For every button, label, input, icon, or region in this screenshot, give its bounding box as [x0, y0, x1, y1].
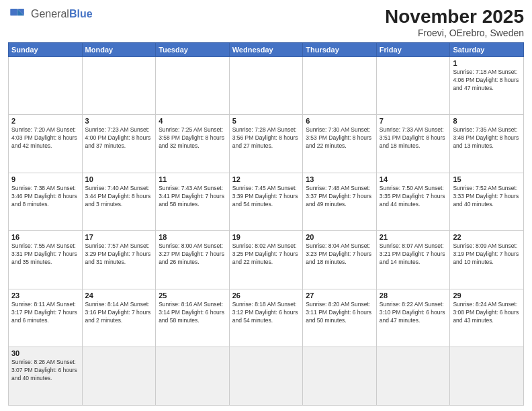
day-number: 16 [11, 233, 79, 241]
calendar-cell [82, 347, 156, 406]
calendar-cell [156, 56, 230, 115]
calendar-cell: 29Sunrise: 8:24 AM Sunset: 3:08 PM Dayli… [450, 289, 524, 347]
calendar-cell: 28Sunrise: 8:22 AM Sunset: 3:10 PM Dayli… [376, 289, 450, 347]
day-info: Sunrise: 7:38 AM Sunset: 3:46 PM Dayligh… [11, 185, 79, 209]
day-info: Sunrise: 8:16 AM Sunset: 3:14 PM Dayligh… [159, 301, 226, 325]
day-info: Sunrise: 8:04 AM Sunset: 3:23 PM Dayligh… [306, 242, 373, 267]
day-info: Sunrise: 7:33 AM Sunset: 3:51 PM Dayligh… [380, 126, 447, 150]
day-number: 21 [380, 233, 447, 241]
calendar-cell [156, 347, 230, 406]
calendar-cell: 6Sunrise: 7:30 AM Sunset: 3:53 PM Daylig… [303, 115, 377, 173]
day-number: 28 [380, 291, 447, 300]
logo: GeneralBlue [8, 7, 93, 21]
day-number: 30 [11, 349, 79, 357]
calendar-cell: 9Sunrise: 7:38 AM Sunset: 3:46 PM Daylig… [9, 173, 83, 231]
day-info: Sunrise: 8:00 AM Sunset: 3:27 PM Dayligh… [159, 242, 226, 267]
day-number: 11 [159, 175, 226, 183]
day-number: 19 [232, 233, 300, 241]
day-number: 20 [306, 233, 373, 241]
calendar-cell: 23Sunrise: 8:11 AM Sunset: 3:17 PM Dayli… [9, 289, 83, 347]
calendar-cell [303, 56, 377, 115]
day-number: 24 [85, 291, 153, 300]
day-info: Sunrise: 7:55 AM Sunset: 3:31 PM Dayligh… [11, 242, 79, 267]
day-info: Sunrise: 7:45 AM Sunset: 3:39 PM Dayligh… [232, 185, 300, 209]
calendar-week-0: 1Sunrise: 7:18 AM Sunset: 4:06 PM Daylig… [9, 56, 524, 115]
calendar-cell: 22Sunrise: 8:09 AM Sunset: 3:19 PM Dayli… [450, 231, 524, 289]
day-info: Sunrise: 7:25 AM Sunset: 3:58 PM Dayligh… [159, 126, 226, 150]
header: GeneralBlue November 2025 Froevi, OErebr… [8, 7, 524, 38]
calendar-cell: 26Sunrise: 8:18 AM Sunset: 3:12 PM Dayli… [229, 289, 303, 347]
calendar-cell [450, 347, 524, 406]
calendar-cell: 18Sunrise: 8:00 AM Sunset: 3:27 PM Dayli… [156, 231, 230, 289]
calendar-week-4: 23Sunrise: 8:11 AM Sunset: 3:17 PM Dayli… [9, 289, 524, 347]
calendar-cell [82, 56, 156, 115]
day-info: Sunrise: 7:35 AM Sunset: 3:48 PM Dayligh… [453, 126, 521, 150]
calendar-cell [229, 347, 303, 406]
calendar-cell: 2Sunrise: 7:20 AM Sunset: 4:03 PM Daylig… [9, 115, 83, 173]
day-number: 17 [85, 233, 153, 241]
logo-icon [8, 7, 28, 21]
day-info: Sunrise: 8:20 AM Sunset: 3:11 PM Dayligh… [306, 301, 373, 325]
day-number: 2 [11, 117, 79, 125]
col-tuesday: Tuesday [156, 42, 230, 56]
day-number: 14 [380, 175, 447, 183]
day-number: 7 [380, 117, 447, 125]
calendar-week-5: 30Sunrise: 8:26 AM Sunset: 3:07 PM Dayli… [9, 347, 524, 406]
day-info: Sunrise: 7:57 AM Sunset: 3:29 PM Dayligh… [85, 242, 153, 267]
col-saturday: Saturday [450, 42, 524, 56]
day-number: 5 [232, 117, 300, 125]
title-month: November 2025 [385, 7, 524, 28]
calendar-cell: 24Sunrise: 8:14 AM Sunset: 3:16 PM Dayli… [82, 289, 156, 347]
svg-rect-2 [10, 9, 17, 15]
day-info: Sunrise: 7:28 AM Sunset: 3:56 PM Dayligh… [232, 126, 300, 150]
day-number: 3 [85, 117, 153, 125]
calendar-cell: 12Sunrise: 7:45 AM Sunset: 3:39 PM Dayli… [229, 173, 303, 231]
day-info: Sunrise: 8:11 AM Sunset: 3:17 PM Dayligh… [11, 301, 79, 325]
calendar-week-1: 2Sunrise: 7:20 AM Sunset: 4:03 PM Daylig… [9, 115, 524, 173]
day-info: Sunrise: 7:20 AM Sunset: 4:03 PM Dayligh… [11, 126, 79, 150]
calendar-week-3: 16Sunrise: 7:55 AM Sunset: 3:31 PM Dayli… [9, 231, 524, 289]
calendar: Sunday Monday Tuesday Wednesday Thursday… [8, 42, 524, 406]
day-info: Sunrise: 7:50 AM Sunset: 3:35 PM Dayligh… [380, 185, 447, 209]
calendar-cell [376, 347, 450, 406]
day-info: Sunrise: 7:43 AM Sunset: 3:41 PM Dayligh… [159, 185, 226, 209]
calendar-cell: 13Sunrise: 7:48 AM Sunset: 3:37 PM Dayli… [303, 173, 377, 231]
col-sunday: Sunday [9, 42, 83, 56]
day-info: Sunrise: 8:26 AM Sunset: 3:07 PM Dayligh… [11, 359, 79, 383]
day-number: 12 [232, 175, 300, 183]
calendar-cell: 21Sunrise: 8:07 AM Sunset: 3:21 PM Dayli… [376, 231, 450, 289]
calendar-cell [303, 347, 377, 406]
day-number: 4 [159, 117, 226, 125]
calendar-cell: 8Sunrise: 7:35 AM Sunset: 3:48 PM Daylig… [450, 115, 524, 173]
day-info: Sunrise: 7:30 AM Sunset: 3:53 PM Dayligh… [306, 126, 373, 150]
day-info: Sunrise: 7:18 AM Sunset: 4:06 PM Dayligh… [453, 68, 521, 93]
day-number: 22 [453, 233, 521, 241]
calendar-cell: 19Sunrise: 8:02 AM Sunset: 3:25 PM Dayli… [229, 231, 303, 289]
day-number: 29 [453, 291, 521, 300]
day-info: Sunrise: 8:02 AM Sunset: 3:25 PM Dayligh… [232, 242, 300, 267]
day-number: 13 [306, 175, 373, 183]
title-block: November 2025 Froevi, OErebro, Sweden [385, 7, 524, 38]
day-number: 8 [453, 117, 521, 125]
col-wednesday: Wednesday [229, 42, 303, 56]
calendar-cell: 4Sunrise: 7:25 AM Sunset: 3:58 PM Daylig… [156, 115, 230, 173]
calendar-header-row: Sunday Monday Tuesday Wednesday Thursday… [9, 42, 524, 56]
calendar-cell [229, 56, 303, 115]
day-number: 23 [11, 291, 79, 300]
day-number: 1 [453, 59, 521, 67]
calendar-cell: 20Sunrise: 8:04 AM Sunset: 3:23 PM Dayli… [303, 231, 377, 289]
calendar-cell: 3Sunrise: 7:23 AM Sunset: 4:00 PM Daylig… [82, 115, 156, 173]
calendar-cell: 15Sunrise: 7:52 AM Sunset: 3:33 PM Dayli… [450, 173, 524, 231]
calendar-cell: 17Sunrise: 7:57 AM Sunset: 3:29 PM Dayli… [82, 231, 156, 289]
col-friday: Friday [376, 42, 450, 56]
col-thursday: Thursday [303, 42, 377, 56]
day-number: 6 [306, 117, 373, 125]
calendar-week-2: 9Sunrise: 7:38 AM Sunset: 3:46 PM Daylig… [9, 173, 524, 231]
title-location: Froevi, OErebro, Sweden [385, 28, 524, 38]
calendar-cell: 11Sunrise: 7:43 AM Sunset: 3:41 PM Dayli… [156, 173, 230, 231]
day-info: Sunrise: 7:52 AM Sunset: 3:33 PM Dayligh… [453, 185, 521, 209]
day-info: Sunrise: 8:22 AM Sunset: 3:10 PM Dayligh… [380, 301, 447, 325]
day-info: Sunrise: 8:18 AM Sunset: 3:12 PM Dayligh… [232, 301, 300, 325]
day-number: 26 [232, 291, 300, 300]
logo-text: GeneralBlue [31, 8, 93, 20]
